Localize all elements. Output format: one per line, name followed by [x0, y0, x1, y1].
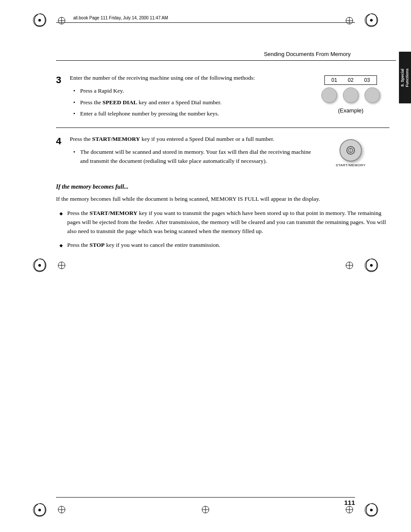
- step-3-content: Enter the number of the receiving machin…: [70, 74, 312, 121]
- dial-buttons-row: [321, 87, 380, 103]
- left-center-cross: [57, 261, 66, 271]
- top-rule: [56, 22, 355, 23]
- top-left-spiral: [32, 13, 47, 29]
- dial-buttons-container: 01 02 03 (Example): [321, 75, 380, 114]
- svg-point-31: [370, 264, 373, 267]
- chapter-tab-text: 8. SpecialFunctions: [400, 68, 410, 87]
- step-4-main-text: Press the START/MEMORY key if you entere…: [70, 135, 312, 143]
- memory-start-bold: START/MEMORY: [90, 210, 137, 216]
- dial-btn-2: [343, 87, 358, 103]
- step-4-section: 4 Press the START/MEMORY key if you ente…: [56, 128, 389, 175]
- bottom-right-spiral: [364, 503, 379, 519]
- example-label: (Example): [338, 107, 363, 114]
- start-memory-illustration: START/MEMORY: [336, 139, 366, 167]
- top-right-cross: [345, 16, 354, 27]
- memory-stop-bold: STOP: [90, 242, 105, 248]
- dial-num-03: 03: [362, 77, 372, 83]
- bottom-right-cross: [345, 505, 354, 516]
- dial-btn-1: [321, 87, 337, 103]
- header-rule: [56, 60, 396, 61]
- bottom-rule: [56, 497, 355, 498]
- dial-num-02: 02: [346, 77, 356, 83]
- bullet-speed-dial: Press the SPEED DIAL key and enter a Spe…: [73, 98, 312, 107]
- bullet-telephone: Enter a full telephone number by pressin…: [73, 109, 312, 118]
- memory-bullet-list: Press the START/MEMORY key if you want t…: [56, 209, 389, 250]
- top-left-cross: [57, 16, 66, 27]
- bullet-scan-store: The document will be scanned and stored …: [73, 148, 312, 165]
- start-btn-circle: [339, 139, 362, 162]
- filename-bar: all.book Page 111 Friday, July 14, 2000 …: [73, 16, 168, 20]
- step-3-number: 3: [56, 74, 70, 121]
- page-header: Sending Documents From Memory: [56, 51, 351, 59]
- bottom-center-cross: [201, 505, 210, 516]
- svg-point-26: [38, 264, 41, 267]
- memory-bullet-2: Press the STOP key if you want to cancel…: [59, 241, 389, 250]
- start-memory-bold: START/MEMORY: [92, 136, 140, 142]
- svg-point-21: [370, 509, 373, 511]
- step-3-bullet-list: Press a Rapid Key. Press the SPEED DIAL …: [70, 87, 312, 118]
- start-btn-label: START/MEMORY: [336, 163, 366, 167]
- step-4-bullet-list: The document will be scanned and stored …: [70, 148, 312, 165]
- memory-section-title: If the memory becomes full...: [56, 184, 389, 190]
- bullet-rapid-key: Press a Rapid Key.: [73, 87, 312, 95]
- bottom-left-cross: [57, 505, 66, 516]
- memory-bullet-1: Press the START/MEMORY key if you want t…: [59, 209, 389, 236]
- bottom-left-spiral: [32, 503, 47, 519]
- header-title: Sending Documents From Memory: [264, 51, 351, 57]
- step-3-main-text: Enter the number of the receiving machin…: [70, 74, 312, 82]
- svg-point-1: [38, 19, 41, 22]
- step-4-content: Press the START/MEMORY key if you entere…: [70, 135, 312, 168]
- speed-dial-bold: SPEED DIAL: [103, 99, 137, 106]
- dial-btn-3: [364, 87, 380, 103]
- top-right-spiral: [364, 13, 379, 29]
- memory-intro-text: If the memory becomes full while the doc…: [56, 195, 389, 204]
- step-3-section: 3 Enter the number of the receiving mach…: [56, 67, 389, 128]
- main-content: 3 Enter the number of the receiving mach…: [56, 67, 389, 489]
- chapter-tab: 8. SpecialFunctions: [399, 52, 411, 103]
- step-4-number: 4: [56, 135, 70, 168]
- right-center-spiral: [364, 258, 379, 274]
- start-btn-inner: [346, 146, 355, 155]
- svg-point-13: [38, 509, 41, 511]
- dial-numbers-display: 01 02 03: [324, 75, 377, 85]
- dial-num-01: 01: [329, 77, 339, 83]
- step-3-image: 01 02 03 (Example): [312, 74, 389, 121]
- step-4-image: START/MEMORY: [312, 135, 389, 168]
- svg-point-6: [370, 19, 373, 22]
- right-center-cross: [345, 261, 354, 271]
- memory-section: If the memory becomes full... If the mem…: [56, 184, 389, 250]
- left-center-spiral: [32, 258, 47, 274]
